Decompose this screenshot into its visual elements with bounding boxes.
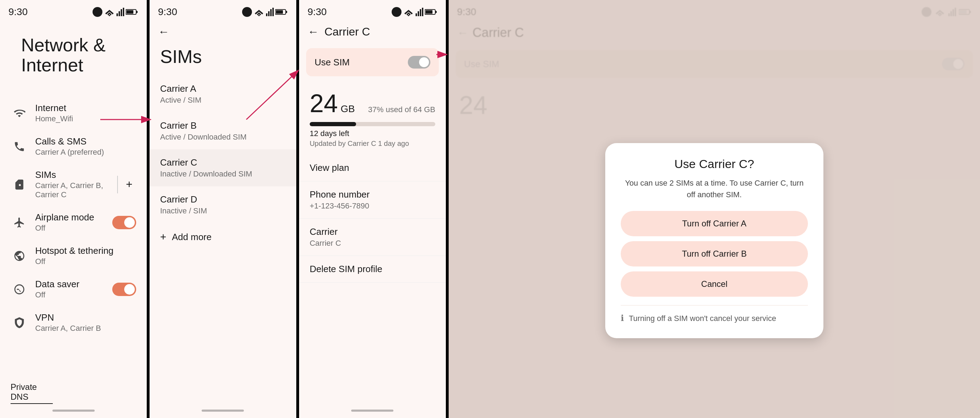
vpn-label: VPN [35, 312, 136, 323]
sims-sublabel: Carrier A, Carrier B, Carrier C [35, 181, 113, 200]
airplane-icon [11, 214, 28, 231]
calls-sms-sublabel: Carrier A (preferred) [35, 148, 136, 157]
wifi-status-icon [104, 8, 115, 16]
status-time-3: 9:30 [307, 6, 327, 17]
svg-point-22 [408, 15, 409, 16]
carrier-a-status: Active / SIM [160, 96, 286, 105]
carrier-b-name: Carrier B [160, 120, 286, 131]
menu-item-data-saver[interactable]: Data saver Off [0, 272, 147, 306]
carrier-a-name: Carrier A [160, 83, 286, 94]
menu-item-hotspot[interactable]: Hotspot & tethering Off [0, 239, 147, 272]
menu-item-sims[interactable]: SIMs Carrier A, Carrier B, Carrier C + [0, 163, 147, 206]
hotspot-text: Hotspot & tethering Off [35, 245, 136, 266]
svg-rect-8 [136, 11, 138, 13]
back-button-2[interactable]: ← [150, 21, 296, 43]
svg-rect-4 [119, 11, 120, 16]
carrier-item[interactable]: Carrier Carrier C [299, 218, 446, 256]
menu-item-calls-sms[interactable]: Calls & SMS Carrier A (preferred) [0, 130, 147, 163]
signal-icons-1 [92, 7, 138, 17]
internet-sublabel: Home_Wifi [35, 114, 136, 124]
phone-number-item[interactable]: Phone number +1-123-456-7890 [299, 181, 446, 218]
back-arrow-3[interactable]: ← [307, 25, 319, 38]
use-sim-toggle[interactable] [408, 56, 430, 68]
carrier-c-name: Carrier C [160, 157, 286, 168]
status-bar-2: 9:30 [150, 0, 296, 21]
hotspot-label: Hotspot & tethering [35, 245, 136, 256]
signal-bar-1 [116, 8, 124, 16]
menu-item-airplane[interactable]: Airplane mode Off [0, 206, 147, 239]
dialog-title: Use Carrier C? [621, 157, 808, 171]
dialog-note-text: Turning off a SIM won't cancel your serv… [629, 312, 776, 324]
battery-icon-2 [275, 8, 288, 16]
phone-number-value: +1-123-456-7890 [310, 201, 435, 211]
delete-sim-item[interactable]: Delete SIM profile [299, 256, 446, 283]
data-section: 24 GB 37% used of 64 GB 12 days left Upd… [299, 82, 446, 155]
carrier-c-status: Inactive / Downloaded SIM [160, 169, 286, 179]
menu-item-vpn[interactable]: VPN Carrier A, Carrier B [0, 306, 147, 339]
signal-icons-2 [242, 7, 288, 17]
airplane-label: Airplane mode [35, 212, 112, 223]
camera-dot-3 [391, 7, 401, 17]
gap-1 [147, 0, 149, 418]
data-saver-icon [11, 280, 28, 298]
back-arrow-2: ← [158, 25, 169, 38]
divider [117, 176, 118, 193]
cancel-button[interactable]: Cancel [621, 271, 808, 297]
gap-3 [446, 0, 448, 418]
data-saver-text: Data saver Off [35, 279, 112, 299]
turn-off-carrier-b-button[interactable]: Turn off Carrier B [621, 241, 808, 266]
data-saver-toggle[interactable] [112, 283, 136, 296]
camera-dot-2 [242, 7, 252, 17]
data-saver-sublabel: Off [35, 290, 112, 299]
view-plan-item[interactable]: View plan [299, 155, 446, 181]
svg-marker-20 [404, 10, 413, 14]
vpn-icon [11, 314, 28, 331]
svg-rect-14 [268, 11, 270, 16]
add-sim-button[interactable]: + [122, 177, 136, 192]
svg-rect-26 [422, 8, 423, 16]
signal-bar-2 [266, 8, 274, 16]
wifi-status-icon-3 [403, 8, 414, 16]
nav-bar-1 [52, 410, 95, 412]
airplane-toggle[interactable] [112, 216, 136, 229]
hotspot-sublabel: Off [35, 257, 136, 266]
sim-icon [11, 176, 28, 193]
sim-item-carrier-a[interactable]: Carrier A Active / SIM [150, 76, 296, 112]
add-more-plus-icon: + [160, 231, 167, 243]
dialog-note: ℹ Turning off a SIM won't cancel your se… [621, 305, 808, 324]
data-bar-fill [310, 122, 356, 126]
gap-2 [296, 0, 298, 418]
dialog-container: Use Carrier C? You can use 2 SIMs at a t… [449, 0, 980, 418]
carrier-label: Carrier [310, 226, 435, 237]
signal-icons-3 [391, 7, 438, 17]
data-saver-toggle-knob [124, 284, 135, 294]
menu-item-internet[interactable]: Internet Home_Wifi [0, 96, 147, 130]
svg-rect-19 [276, 10, 283, 14]
svg-rect-24 [418, 11, 419, 16]
svg-rect-25 [420, 9, 421, 16]
camera-dot-1 [92, 7, 102, 17]
page-title-network: Network & Internet [11, 28, 136, 86]
svg-rect-16 [272, 8, 274, 16]
sim-item-carrier-b[interactable]: Carrier B Active / Downloaded SIM [150, 112, 296, 149]
use-carrier-dialog: Use Carrier C? You can use 2 SIMs at a t… [605, 143, 823, 338]
dialog-description: You can use 2 SIMs at a time. To use Car… [621, 177, 808, 200]
turn-off-carrier-a-button[interactable]: Turn off Carrier A [621, 211, 808, 236]
status-time-1: 9:30 [8, 6, 28, 17]
wifi-icon [11, 104, 28, 122]
internet-label: Internet [35, 103, 136, 114]
hotspot-icon [11, 247, 28, 265]
data-percent: 37% used of 64 GB [368, 105, 435, 114]
svg-rect-5 [121, 9, 122, 16]
sim-item-carrier-d[interactable]: Carrier D Inactive / SIM [150, 186, 296, 223]
screen-carrier-c: 9:30 [299, 0, 446, 418]
svg-point-2 [109, 15, 110, 16]
private-dns-footer: Private DNS [11, 382, 53, 404]
add-more-button[interactable]: + Add more [150, 223, 296, 251]
data-updated: Updated by Carrier C 1 day ago [310, 139, 435, 148]
svg-rect-9 [126, 10, 134, 14]
sim-item-carrier-c[interactable]: Carrier C Inactive / Downloaded SIM [150, 149, 296, 186]
svg-rect-28 [435, 11, 437, 13]
vpn-sublabel: Carrier A, Carrier B [35, 324, 136, 333]
airplane-sublabel: Off [35, 223, 112, 233]
